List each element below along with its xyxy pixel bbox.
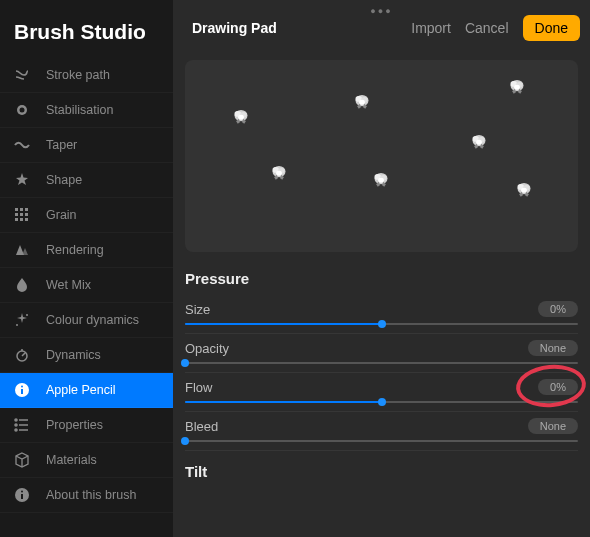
sidebar-item-label: Taper: [46, 138, 77, 152]
svg-point-34: [359, 100, 365, 105]
svg-point-1: [20, 108, 25, 113]
done-button[interactable]: Done: [523, 15, 580, 41]
sidebar-item-about-this-brush[interactable]: About this brush: [0, 478, 173, 513]
sidebar-item-label: Grain: [46, 208, 77, 222]
control-opacity: OpacityNone: [185, 336, 578, 373]
sidebar-item-stroke-path[interactable]: Stroke path: [0, 58, 173, 93]
sidebar-item-label: Colour dynamics: [46, 313, 139, 327]
control-label: Flow: [185, 380, 212, 395]
svg-point-26: [238, 115, 244, 120]
value-pill[interactable]: 0%: [538, 301, 578, 317]
svg-rect-15: [21, 389, 23, 394]
sidebar-item-label: Stroke path: [46, 68, 110, 82]
control-label: Size: [185, 302, 210, 317]
brush-stamp: [349, 90, 375, 116]
svg-rect-6: [20, 213, 23, 216]
svg-rect-4: [25, 208, 28, 211]
main-panel: ●●● Drawing Pad Import Cancel Done Press…: [173, 0, 590, 537]
sidebar-item-label: Shape: [46, 173, 82, 187]
svg-point-11: [26, 314, 28, 316]
cube-icon: [14, 452, 30, 468]
drawing-pad-preview[interactable]: [185, 60, 578, 252]
sidebar-item-apple-pencil[interactable]: Apple Pencil: [0, 373, 173, 408]
svg-rect-3: [20, 208, 23, 211]
control-bleed: BleedNone: [185, 414, 578, 451]
svg-point-50: [521, 188, 527, 193]
value-pill[interactable]: 0%: [538, 379, 578, 395]
svg-point-18: [15, 424, 17, 426]
value-pill[interactable]: None: [528, 340, 578, 356]
app-title: Brush Studio: [0, 8, 173, 58]
svg-point-16: [21, 386, 23, 388]
control-size: Size0%: [185, 297, 578, 334]
topbar: ●●● Drawing Pad Import Cancel Done: [173, 0, 590, 50]
wave-icon: [14, 137, 30, 153]
value-pill[interactable]: None: [528, 418, 578, 434]
svg-point-30: [276, 171, 282, 176]
brush-stamp: [228, 105, 254, 131]
svg-point-42: [476, 140, 482, 145]
svg-point-46: [514, 85, 520, 90]
svg-rect-2: [15, 208, 18, 211]
sidebar-item-materials[interactable]: Materials: [0, 443, 173, 478]
sidebar-item-shape[interactable]: Shape: [0, 163, 173, 198]
svg-rect-9: [20, 218, 23, 221]
sidebar-item-properties[interactable]: Properties: [0, 408, 173, 443]
svg-point-17: [15, 419, 17, 421]
slider[interactable]: [185, 323, 578, 325]
circle-icon: [14, 102, 30, 118]
slider[interactable]: [185, 362, 578, 364]
path-icon: [14, 67, 30, 83]
sidebar-item-grain[interactable]: Grain: [0, 198, 173, 233]
svg-rect-8: [15, 218, 18, 221]
tilt-heading: Tilt: [185, 463, 578, 480]
sidebar-item-dynamics[interactable]: Dynamics: [0, 338, 173, 373]
import-button[interactable]: Import: [411, 20, 451, 36]
svg-rect-7: [25, 213, 28, 216]
brush-stamp: [511, 178, 537, 204]
sidebar-item-label: Materials: [46, 453, 97, 467]
nav-list: Stroke pathStabilisationTaperShapeGrainR…: [0, 58, 173, 513]
cancel-button[interactable]: Cancel: [465, 20, 509, 36]
brush-stamp: [266, 161, 292, 187]
drag-handle-icon[interactable]: ●●●: [370, 6, 392, 16]
about-icon: [14, 487, 30, 503]
speed-icon: [14, 347, 30, 363]
list-icon: [14, 417, 30, 433]
svg-rect-5: [15, 213, 18, 216]
sidebar-item-taper[interactable]: Taper: [0, 128, 173, 163]
sidebar-item-colour-dynamics[interactable]: Colour dynamics: [0, 303, 173, 338]
sidebar-item-label: Dynamics: [46, 348, 101, 362]
brush-stamp: [504, 75, 530, 101]
control-label: Bleed: [185, 419, 218, 434]
drop-icon: [14, 277, 30, 293]
drawing-pad-label[interactable]: Drawing Pad: [185, 20, 277, 36]
control-flow: Flow0%: [185, 375, 578, 412]
pressure-section: Pressure Size0%OpacityNoneFlow0%BleedNon…: [173, 252, 590, 453]
sidebar-item-rendering[interactable]: Rendering: [0, 233, 173, 268]
tilt-section: Tilt: [173, 453, 590, 490]
svg-point-22: [21, 491, 23, 493]
slider[interactable]: [185, 401, 578, 403]
grid-icon: [14, 207, 30, 223]
sidebar-item-label: Wet Mix: [46, 278, 91, 292]
svg-rect-21: [21, 494, 23, 499]
svg-point-19: [15, 429, 17, 431]
info-icon: [14, 382, 30, 398]
sidebar-item-label: Stabilisation: [46, 103, 113, 117]
slider[interactable]: [185, 440, 578, 442]
star-icon: [14, 172, 30, 188]
sidebar-item-stabilisation[interactable]: Stabilisation: [0, 93, 173, 128]
svg-point-38: [378, 178, 384, 183]
brush-stamp: [368, 168, 394, 194]
pressure-heading: Pressure: [185, 270, 578, 287]
sidebar-item-label: Properties: [46, 418, 103, 432]
svg-rect-10: [25, 218, 28, 221]
sidebar-item-label: Apple Pencil: [46, 383, 116, 397]
triangle-icon: [14, 242, 30, 258]
sidebar-item-wet-mix[interactable]: Wet Mix: [0, 268, 173, 303]
sidebar-item-label: About this brush: [46, 488, 136, 502]
sidebar-item-label: Rendering: [46, 243, 104, 257]
control-label: Opacity: [185, 341, 229, 356]
brush-stamp: [466, 130, 492, 156]
